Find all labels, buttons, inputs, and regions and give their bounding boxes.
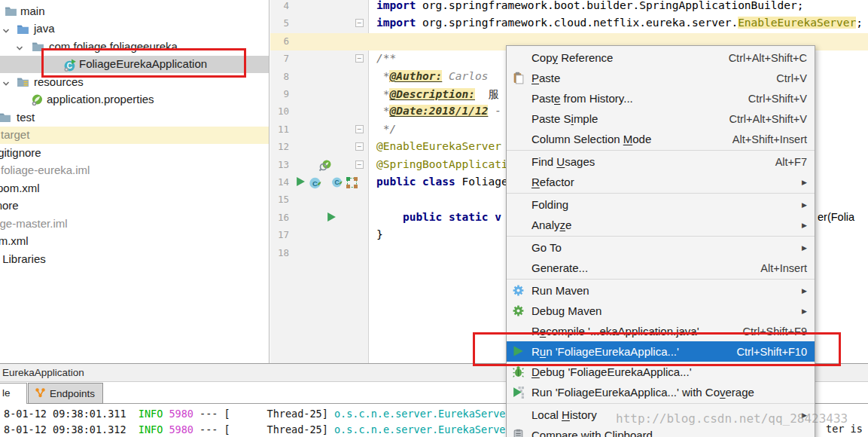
tree-item-external-libraries[interactable]: External Libraries [0, 250, 269, 268]
chevron-down-icon[interactable] [15, 42, 24, 56]
chevron-down-icon[interactable] [2, 78, 11, 91]
tree-item-resources[interactable]: resources [0, 73, 269, 91]
menu-icon-empty [512, 218, 526, 231]
menu-item-paste-simple[interactable]: Paste SimpleCtrl+Alt+Shift+V [507, 108, 815, 129]
debug-icon [512, 365, 526, 378]
boot-class-icon[interactable]: C [309, 176, 322, 193]
boot-class-small-icon[interactable]: C [331, 176, 343, 191]
menu-icon-empty [512, 51, 526, 64]
menu-item-refactor[interactable]: Refactor▶ [507, 172, 815, 192]
fold-marker-icon[interactable]: − [355, 125, 364, 133]
menu-item-recompile[interactable]: Recompile '...ekaApplication.java'Ctrl+S… [507, 321, 815, 341]
paste-icon [512, 72, 526, 84]
tree-item-gitignore-2[interactable]: .gitignore [0, 197, 269, 215]
spring-search-icon[interactable] [318, 159, 332, 176]
console-output: 8-01-12 09:38:01.311 INFO 5980 --- [ Thr… [4, 406, 518, 437]
fold-marker-icon[interactable]: − [355, 142, 364, 151]
tab-endpoints[interactable]: Endpoints [28, 383, 103, 404]
line-number: 8 [270, 71, 289, 82]
line-number: 13 [270, 159, 289, 170]
menu-item-label: Go To [531, 241, 562, 254]
editor-line-4[interactable]: 4import org.springframework.boot.builder… [270, 0, 868, 15]
menu-shortcut: Ctrl+Alt+Shift+C [729, 52, 807, 64]
code-text: *@Date:2018/1/12 - [376, 105, 501, 117]
line-number: 11 [270, 124, 289, 135]
tree-item-java[interactable]: java [0, 20, 269, 38]
menu-item-paste-from-history[interactable]: Paste from History...Ctrl+Shift+V [507, 88, 815, 108]
tree-item-label: foliage-eureka.iml [1, 163, 90, 176]
tab-console-label: le [2, 387, 11, 399]
menu-shortcut: Ctrl+Shift+V [748, 93, 807, 105]
code-text: *@Author: Carlos [376, 70, 488, 82]
project-tree-panel: mainjavacom.foliage.foliageeurekaCFoliag… [0, 0, 270, 363]
menu-item-compare-with-clipboard[interactable]: Compare with Clipboard [507, 425, 815, 437]
fold-marker-icon[interactable]: − [355, 54, 364, 63]
code-text: @SpringBootApplication [376, 158, 521, 170]
bean-icon[interactable] [346, 176, 358, 192]
submenu-arrow-icon: ▶ [802, 201, 807, 209]
tree-item-label: application.properties [47, 93, 154, 105]
line-number: 15 [270, 194, 289, 205]
endpoints-icon [35, 387, 46, 400]
menu-item-label: Folding [531, 198, 568, 211]
chevron-down-icon[interactable] [2, 25, 11, 38]
code-text: /** [376, 52, 396, 64]
menu-item-label: Compare with Clipboard [531, 429, 653, 437]
tree-item-target[interactable]: target [0, 127, 269, 145]
tree-item-application-properties[interactable]: application.properties [0, 91, 269, 109]
tree-item-pom-xml-2[interactable]: pom.xml [0, 233, 269, 251]
line-number: 7 [270, 53, 289, 64]
svg-text:C: C [334, 179, 339, 186]
line-number: 18 [270, 247, 289, 258]
menu-item-label: Run 'FoliageEurekaApplica...' with Cover… [531, 386, 754, 399]
menu-item-copy-reference[interactable]: Copy ReferenceCtrl+Alt+Shift+C [507, 47, 815, 68]
line-number: 16 [270, 212, 289, 223]
tree-item-foliage-eureka-iml[interactable]: foliage-eureka.iml [0, 162, 269, 180]
coverage-icon [512, 386, 526, 399]
folder-icon [32, 40, 44, 56]
menu-icon-empty [512, 408, 526, 421]
menu-separator [507, 193, 815, 194]
fold-marker-icon[interactable]: − [355, 19, 364, 27]
menu-item-analyze[interactable]: Analyze▶ [507, 215, 815, 235]
tree-item-pom-xml[interactable]: pom.xml [0, 179, 269, 197]
svg-text:C: C [312, 179, 318, 188]
menu-shortcut: Ctrl+Shift+F10 [737, 346, 808, 358]
code-text: @EnableEurekaServer [376, 140, 501, 152]
menu-item-label: Generate... [531, 261, 588, 274]
menu-item-go-to[interactable]: Go To▶ [507, 237, 815, 258]
tree-item-main[interactable]: main [0, 2, 269, 20]
tree-item-package-com-foliage-foliageeureka[interactable]: com.foliage.foliageeureka [0, 38, 269, 56]
menu-item-find-usages[interactable]: Find UsagesAlt+F7 [507, 151, 815, 172]
run-triangle-icon[interactable] [295, 176, 306, 190]
fold-marker-icon[interactable]: − [355, 160, 364, 169]
menu-icon-empty [512, 92, 526, 105]
editor-line-5[interactable]: 5−import org.springframework.cloud.netfl… [270, 15, 868, 32]
tree-item-label: resources [34, 75, 84, 88]
menu-item-folding[interactable]: Folding▶ [507, 194, 815, 215]
menu-item-run-foliage-eureka-application[interactable]: Run 'FoliageEurekaApplica...'Ctrl+Shift+… [507, 341, 815, 362]
menu-item-run-maven[interactable]: Run Maven▶ [507, 280, 815, 301]
menu-item-generate[interactable]: Generate...Alt+Insert [507, 258, 815, 278]
menu-item-label: Find Usages [531, 155, 595, 168]
tree-item-gitignore[interactable]: .gitignore [0, 144, 269, 162]
tree-item-foliage-master-iml[interactable]: foliage-master.iml [0, 215, 269, 233]
code-text: public static v [376, 211, 501, 223]
menu-item-label: Run Maven [531, 284, 589, 297]
menu-item-label: Paste from History... [531, 92, 633, 105]
menu-item-label: Recompile '...ekaApplication.java' [531, 325, 699, 338]
tree-item-label: main [20, 5, 45, 17]
menu-item-debug-maven[interactable]: Debug Maven▶ [507, 301, 815, 321]
run-triangle-icon[interactable] [326, 212, 337, 225]
menu-item-debug-foliage-eureka-application[interactable]: Debug 'FoliageEurekaApplica...' [507, 362, 815, 382]
tree-item-foliage-eureka-application[interactable]: CFoliageEurekaApplication [0, 56, 269, 74]
submenu-arrow-icon: ▶ [802, 179, 807, 186]
line-number: 9 [270, 88, 289, 99]
spring-leaf-icon [31, 93, 44, 109]
menu-icon-empty [512, 155, 526, 168]
menu-item-paste[interactable]: PasteCtrl+V [507, 68, 815, 88]
menu-item-column-selection-mode[interactable]: Column Selection ModeAlt+Shift+Insert [507, 129, 815, 149]
tab-console-partial[interactable]: le [0, 383, 27, 404]
menu-item-run-with-coverage[interactable]: Run 'FoliageEurekaApplica...' with Cover… [507, 382, 815, 402]
tree-item-test[interactable]: test [0, 108, 269, 127]
